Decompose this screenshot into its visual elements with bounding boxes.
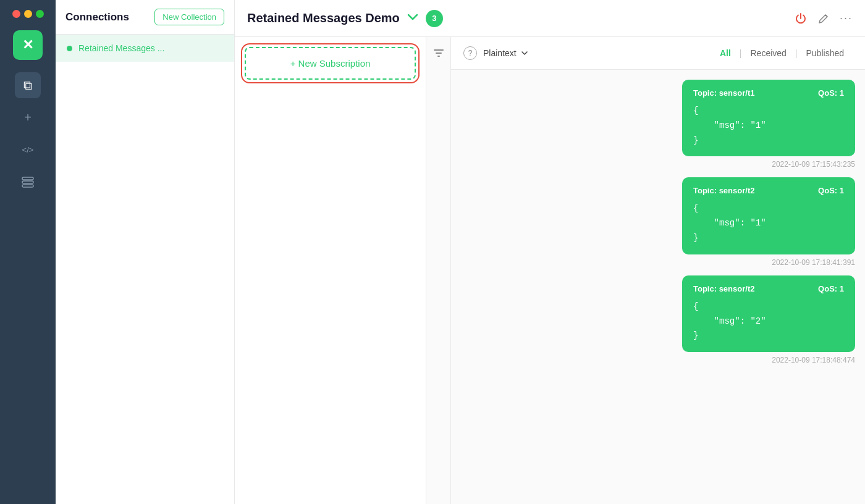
- connection-item[interactable]: Retained Messages ...: [56, 35, 234, 62]
- new-subscription-button[interactable]: + New Subscription: [245, 47, 416, 80]
- code-icon[interactable]: </>: [15, 136, 41, 162]
- power-button[interactable]: [794, 12, 808, 25]
- message-meta: Topic: sensor/t2 QoS: 1: [693, 186, 844, 195]
- new-collection-button[interactable]: New Collection: [154, 9, 224, 25]
- message-qos: QoS: 1: [818, 186, 844, 195]
- message-count-badge: 3: [426, 10, 443, 27]
- filter-tabs: All | Received | Published: [711, 44, 853, 62]
- filter-tab-received[interactable]: Received: [741, 44, 795, 62]
- connection-name: Retained Messages ...: [78, 43, 164, 53]
- page-title: Retained Messages Demo: [247, 11, 400, 25]
- message-topic: Topic: sensor/t1: [693, 88, 754, 98]
- add-icon[interactable]: +: [15, 104, 41, 130]
- format-selector[interactable]: Plaintext: [483, 48, 529, 58]
- filter-tab-published[interactable]: Published: [798, 44, 853, 62]
- message-card: Topic: sensor/t2 QoS: 1 { "msg": "2" }: [682, 275, 855, 352]
- main-header: Retained Messages Demo 3 ···: [235, 0, 865, 37]
- message-topic: Topic: sensor/t2: [693, 284, 754, 293]
- filter-icon[interactable]: [432, 47, 445, 62]
- svg-rect-2: [22, 185, 33, 187]
- message-timestamp: 2022-10-09 17:15:43:235: [772, 160, 855, 169]
- message-body: { "msg": "2" }: [693, 300, 844, 343]
- edit-button[interactable]: [817, 12, 830, 25]
- svg-rect-5: [437, 56, 440, 57]
- message-meta: Topic: sensor/t2 QoS: 1: [693, 284, 844, 293]
- connections-header: Connections New Collection: [56, 0, 234, 35]
- format-label: Plaintext: [483, 48, 517, 58]
- message-meta: Topic: sensor/t1 QoS: 1: [693, 88, 844, 98]
- message-body: { "msg": "1" }: [693, 201, 844, 245]
- svg-rect-0: [22, 177, 33, 180]
- filter-tab-all[interactable]: All: [711, 44, 740, 62]
- app-logo: ✕: [13, 30, 43, 60]
- storage-icon[interactable]: [15, 169, 41, 195]
- message-qos: QoS: 1: [818, 284, 844, 293]
- main-content: Retained Messages Demo 3 ··· + New Subsc: [235, 0, 865, 504]
- messages-list: Topic: sensor/t1 QoS: 1 { "msg": "1" } 2…: [451, 70, 865, 504]
- help-icon[interactable]: ?: [463, 46, 477, 60]
- message-card: Topic: sensor/t2 QoS: 1 { "msg": "1" }: [682, 177, 855, 254]
- titlebar-dots: [0, 0, 56, 24]
- messages-panel: ? Plaintext All | Received | Published: [451, 37, 865, 504]
- message-timestamp: 2022-10-09 17:18:41:391: [772, 258, 855, 267]
- svg-rect-3: [434, 49, 444, 51]
- connections-icon[interactable]: ⧉: [15, 72, 41, 98]
- connections-title: Connections: [65, 11, 129, 23]
- filter-area: [426, 37, 451, 504]
- message-timestamp: 2022-10-09 17:18:48:474: [772, 356, 855, 364]
- svg-rect-4: [436, 52, 442, 54]
- close-dot[interactable]: [12, 10, 20, 18]
- messages-header: ? Plaintext All | Received | Published: [451, 37, 865, 70]
- sidebar: ✕ ⧉ + </>: [0, 0, 56, 504]
- maximize-dot[interactable]: [36, 10, 44, 18]
- connection-status-dot: [67, 46, 72, 51]
- connections-panel: Connections New Collection Retained Mess…: [56, 0, 235, 504]
- message-qos: QoS: 1: [818, 88, 844, 98]
- message-topic: Topic: sensor/t2: [693, 186, 754, 195]
- svg-rect-1: [22, 181, 33, 183]
- message-card: Topic: sensor/t1 QoS: 1 { "msg": "1" }: [682, 80, 855, 156]
- chevron-down-icon[interactable]: [406, 10, 420, 27]
- more-options-button[interactable]: ···: [840, 12, 853, 25]
- subscriptions-panel: + New Subscription: [235, 37, 426, 504]
- content-area: + New Subscription ? Plaintext: [235, 37, 865, 504]
- minimize-dot[interactable]: [24, 10, 32, 18]
- message-body: { "msg": "1" }: [693, 104, 844, 148]
